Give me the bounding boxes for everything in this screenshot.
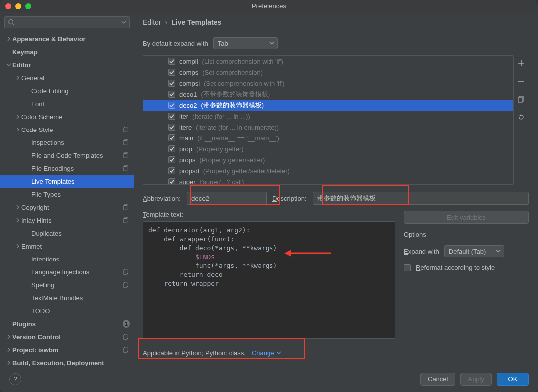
sidebar-item[interactable]: Project: iswbm [0, 343, 134, 356]
sidebar-item-label: File and Code Templates [31, 152, 103, 159]
scope-indicator-icon [123, 281, 130, 288]
template-row[interactable]: props(Property getter/setter) [143, 154, 513, 165]
template-checkbox[interactable] [168, 134, 175, 141]
template-name: propsd [179, 167, 199, 175]
sidebar-item[interactable]: Duplicates [0, 227, 134, 240]
abbreviation-label: Abbreviation: [143, 195, 181, 202]
sidebar-item-label: TODO [31, 307, 50, 315]
template-checkbox[interactable] [168, 58, 175, 65]
sidebar-item[interactable]: General [0, 71, 134, 84]
template-checkbox[interactable] [168, 102, 175, 109]
template-row[interactable]: propsd(Property getter/setter/deleter) [143, 165, 513, 176]
template-row[interactable]: itere(Iterate (for ... in enumerate)) [143, 122, 513, 132]
template-desc: (Iterate (for ... in enumerate)) [196, 124, 279, 131]
breadcrumb-editor: Editor [143, 18, 161, 26]
scope-indicator-icon [123, 126, 130, 133]
titlebar: Preferences [0, 0, 538, 12]
sidebar-item[interactable]: Live Templates [0, 175, 134, 188]
sidebar-item[interactable]: Color Scheme [0, 110, 134, 123]
content-panel: Editor › Live Templates By default expan… [134, 12, 538, 366]
sidebar-item-label: Spelling [31, 281, 54, 289]
sidebar-item-label: Language Injections [31, 268, 89, 276]
svg-rect-23 [518, 97, 522, 102]
cancel-button[interactable]: Cancel [420, 373, 455, 386]
sidebar-item[interactable]: File and Code Templates [0, 149, 134, 162]
sidebar-item[interactable]: File Encodings [0, 162, 134, 175]
sidebar-item-label: Project: iswbm [12, 346, 58, 354]
template-row[interactable]: prop(Property getter) [143, 143, 513, 154]
default-expand-select[interactable]: Tab [213, 37, 278, 49]
template-row[interactable]: deco1(不带参数的装饰器模板) [143, 89, 513, 100]
chevron-right-icon [14, 127, 21, 132]
sidebar-item[interactable]: Code Editing [0, 84, 134, 97]
sidebar-item[interactable]: Version Control [0, 330, 134, 343]
sidebar-item-label: File Encodings [31, 165, 74, 172]
chevron-right-icon [14, 114, 21, 119]
template-row[interactable]: comps(Set comprehension) [143, 67, 513, 78]
sidebar-item[interactable]: Editor [0, 58, 134, 71]
copy-button[interactable] [516, 94, 526, 104]
sidebar-item[interactable]: Emmet [0, 240, 134, 253]
chevron-right-icon [14, 205, 21, 210]
template-text-editor[interactable]: def decorator(arg1, arg2): def wrapper(f… [143, 221, 395, 339]
reformat-label: Reformat according to style [416, 264, 495, 271]
description-input[interactable] [313, 192, 529, 205]
template-row[interactable]: main(if __name__ == '__main__') [143, 132, 513, 143]
revert-button[interactable] [516, 112, 526, 122]
sidebar-item[interactable]: Font [0, 97, 134, 110]
change-context-link[interactable]: Change [252, 349, 281, 357]
remove-button[interactable] [516, 76, 526, 86]
ok-button[interactable]: OK [497, 373, 529, 386]
template-checkbox[interactable] [168, 167, 175, 174]
template-checkbox[interactable] [168, 113, 175, 120]
edit-variables-button[interactable]: Edit variables [404, 211, 529, 224]
sidebar-item[interactable]: Build, Execution, Deployment [0, 356, 134, 366]
sidebar-item[interactable]: Code Style [0, 123, 134, 136]
sidebar-item-label: File Types [31, 191, 61, 198]
expand-with-select[interactable]: Default (Tab) [444, 245, 504, 257]
sidebar-item[interactable]: Copyright [0, 201, 134, 214]
sidebar-item[interactable]: Appearance & Behavior [0, 32, 134, 45]
apply-button[interactable]: Apply [460, 373, 492, 386]
sidebar-item-label: Editor [12, 61, 31, 69]
template-checkbox[interactable] [168, 91, 175, 98]
template-row[interactable]: compli(List comprehension with 'if') [143, 56, 513, 67]
sidebar-item[interactable]: Intentions [0, 253, 134, 265]
templates-list[interactable]: compli(List comprehension with 'if')comp… [143, 55, 514, 185]
svg-rect-17 [124, 283, 127, 288]
template-checkbox[interactable] [168, 69, 175, 76]
sidebar-item-label: Inlay Hints [21, 217, 52, 224]
svg-rect-7 [124, 154, 127, 158]
template-desc: (Set comprehension) [202, 69, 263, 76]
svg-line-1 [13, 24, 14, 25]
sidebar-item[interactable]: Inlay Hints [0, 214, 134, 227]
add-button[interactable] [516, 58, 526, 68]
template-checkbox[interactable] [168, 80, 175, 87]
template-checkbox[interactable] [168, 156, 175, 163]
template-checkbox[interactable] [168, 124, 175, 131]
template-checkbox[interactable] [168, 145, 175, 152]
chevron-right-icon [5, 334, 12, 339]
svg-rect-13 [124, 219, 127, 223]
sidebar-item[interactable]: Spelling [0, 278, 134, 291]
sidebar-item[interactable]: File Types [0, 188, 134, 201]
sidebar-item[interactable]: TextMate Bundles [0, 291, 134, 304]
sidebar-item[interactable]: Plugins1 [0, 317, 134, 330]
sidebar-item[interactable]: Keymap [0, 45, 134, 58]
sidebar-item-label: Color Scheme [21, 113, 62, 121]
sidebar-item-label: Plugins [12, 320, 36, 328]
template-checkbox[interactable] [168, 178, 175, 184]
scope-indicator-icon [123, 217, 130, 224]
template-row[interactable]: iter(Iterate (for ... in ...)) [143, 111, 513, 122]
reformat-checkbox[interactable] [404, 264, 411, 271]
abbreviation-input[interactable] [187, 192, 267, 205]
template-row[interactable]: deco2(带参数的装饰器模板) [143, 100, 513, 111]
template-row[interactable]: compsi(Set comprehension with 'if') [143, 78, 513, 89]
sidebar-item[interactable]: TODO [0, 304, 134, 317]
search-input[interactable] [4, 16, 130, 28]
plugins-badge: 1 [123, 320, 130, 328]
template-row[interactable]: super('super(...)' call) [143, 176, 513, 184]
help-button[interactable]: ? [9, 373, 21, 385]
sidebar-item[interactable]: Language Injections [0, 265, 134, 278]
sidebar-item[interactable]: Inspections [0, 136, 134, 149]
